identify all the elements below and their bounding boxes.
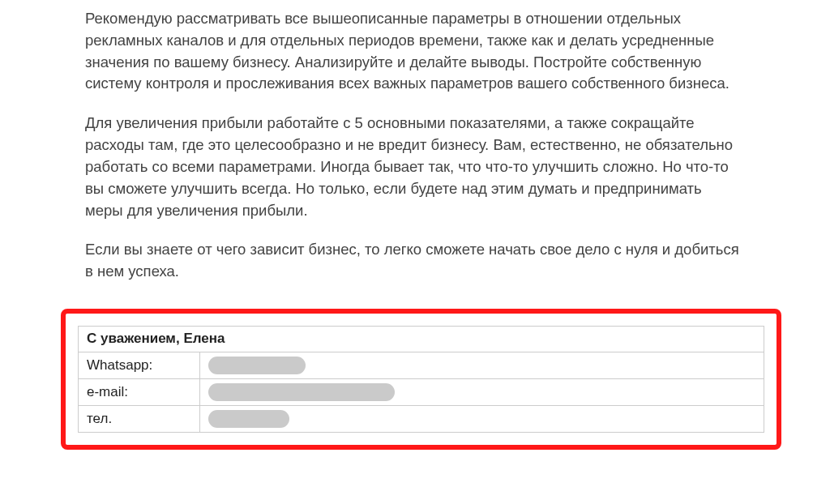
contact-label-email: e-mail: [79,378,200,405]
contact-table: С уважением, Елена Whatsapp: e-mail: тел… [78,326,764,433]
paragraph-3: Если вы знаете от чего зависит бизнес, т… [85,239,741,283]
paragraph-1: Рекомендую рассматривать все вышеописанн… [85,8,741,95]
contact-value-whatsapp [200,352,764,378]
redacted-value [208,383,395,401]
contact-label-phone: тел. [79,405,200,432]
contact-card-highlight: С уважением, Елена Whatsapp: e-mail: тел… [61,309,781,450]
contact-row-phone: тел. [79,405,764,432]
article-content: Рекомендую рассматривать все вышеописанн… [0,0,830,450]
contact-title: С уважением, Елена [79,326,764,352]
redacted-value [208,357,306,374]
contact-value-phone [200,405,764,432]
contact-value-email [200,378,764,405]
contact-label-whatsapp: Whatsapp: [79,352,200,378]
contact-row-whatsapp: Whatsapp: [79,352,764,378]
contact-row-email: e-mail: [79,378,764,405]
redacted-value [208,410,289,428]
contact-title-row: С уважением, Елена [79,326,764,352]
paragraph-2: Для увеличения прибыли работайте с 5 осн… [85,113,741,221]
